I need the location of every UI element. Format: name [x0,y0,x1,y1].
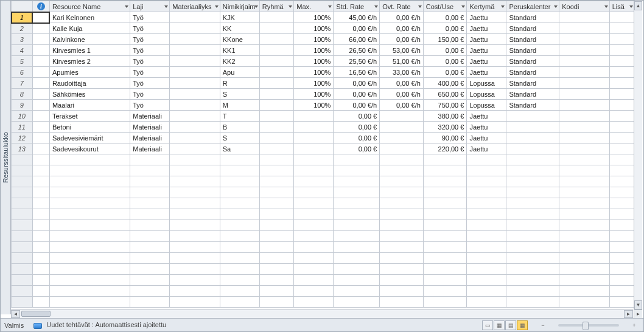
cell-kal[interactable] [506,111,559,122]
cell-cost[interactable]: 0,00 € [423,56,467,67]
cell-empty[interactable] [259,253,293,264]
cell-mat[interactable] [170,89,220,100]
cell-lisa[interactable] [609,133,634,144]
cell-lisa[interactable] [609,78,634,89]
cell-empty[interactable] [334,154,380,165]
cell-empty[interactable] [423,264,467,275]
column-header-name[interactable]: Resource Name [49,1,130,12]
row-number-cell[interactable]: 5 [12,56,33,67]
cell-laji[interactable]: Työ [130,100,170,111]
cell-lisa[interactable] [609,100,634,111]
table-row-empty[interactable] [12,297,635,308]
cell-info[interactable] [32,122,49,133]
cell-empty[interactable] [294,154,334,165]
cell-ryhma[interactable] [259,56,293,67]
cell-empty[interactable] [380,242,424,253]
cell-lisa[interactable] [609,12,634,23]
row-number-cell[interactable]: 9 [12,100,33,111]
row-number-cell[interactable] [12,242,33,253]
dropdown-icon[interactable] [254,5,258,8]
cell-ker[interactable]: Jaettu [467,23,506,34]
cell-empty[interactable] [49,275,130,286]
cell-empty[interactable] [259,198,293,209]
cell-empty[interactable] [423,242,467,253]
cell-empty[interactable] [609,253,634,264]
cell-kal[interactable] [506,122,559,133]
cell-nimi[interactable]: KKone [220,34,259,45]
cell-empty[interactable] [467,176,506,187]
cell-mat[interactable] [170,122,220,133]
row-number-cell[interactable] [12,253,33,264]
cell-lisa[interactable] [609,34,634,45]
cell-max[interactable]: 100% [294,78,334,89]
cell-empty[interactable] [609,220,634,231]
cell-name[interactable]: Sähkömies [49,89,130,100]
column-header-nimi[interactable]: Nimikirjaim [220,1,259,12]
cell-name[interactable]: Kirvesmies 2 [49,56,130,67]
scroll-left-button[interactable]: ◄ [11,310,20,318]
cell-std[interactable]: 25,50 €/h [334,56,380,67]
cell-empty[interactable] [49,231,130,242]
cell-empty[interactable] [49,165,130,176]
cell-nimi[interactable]: S [220,133,259,144]
cell-lisa[interactable] [609,89,634,100]
cell-empty[interactable] [467,264,506,275]
cell-info[interactable] [32,78,49,89]
row-number-cell[interactable] [12,264,33,275]
cell-empty[interactable] [259,176,293,187]
cell-nimi[interactable]: B [220,122,259,133]
cell-empty[interactable] [380,286,424,297]
cell-empty[interactable] [32,297,49,308]
cell-empty[interactable] [467,187,506,198]
cell-empty[interactable] [220,220,259,231]
cell-empty[interactable] [32,154,49,165]
cell-ryhma[interactable] [259,23,293,34]
cell-ker[interactable]: Jaettu [467,12,506,23]
cell-empty[interactable] [32,264,49,275]
cell-empty[interactable] [220,176,259,187]
cell-ovt[interactable] [380,111,424,122]
cell-ryhma[interactable] [259,144,293,154]
row-number-cell[interactable] [12,220,33,231]
cell-name[interactable]: Sadevesiviemärit [49,133,130,144]
cell-ryhma[interactable] [259,67,293,78]
cell-empty[interactable] [334,165,380,176]
cell-std[interactable]: 0,00 € [334,111,380,122]
cell-laji[interactable]: Materiaali [130,133,170,144]
cell-empty[interactable] [32,231,49,242]
row-number-cell[interactable] [12,297,33,308]
cell-empty[interactable] [220,198,259,209]
cell-ker[interactable]: Jaettu [467,45,506,56]
cell-std[interactable]: 0,00 €/h [334,23,380,34]
cell-name[interactable]: Maalari [49,100,130,111]
dropdown-icon[interactable] [215,5,219,8]
cell-empty[interactable] [334,275,380,286]
row-number-cell[interactable]: 12 [12,133,33,144]
cell-info[interactable] [32,67,49,78]
cell-ovt[interactable]: 53,00 €/h [380,45,424,56]
cell-empty[interactable] [32,165,49,176]
column-header-ovt[interactable]: Ovt. Rate [380,1,424,12]
row-number-cell[interactable] [12,286,33,297]
table-row[interactable]: 3KaivinkoneTyöKKone100%66,00 €/h0,00 €/h… [12,34,635,45]
cell-cost[interactable]: 400,00 € [423,78,467,89]
cell-empty[interactable] [559,154,609,165]
cell-empty[interactable] [609,176,634,187]
cell-info[interactable] [32,23,49,34]
view-button-2[interactable]: ▦ [494,320,505,330]
cell-ryhma[interactable] [259,89,293,100]
cell-empty[interactable] [32,275,49,286]
cell-empty[interactable] [170,154,220,165]
cell-ryhma[interactable] [259,12,293,23]
cell-empty[interactable] [380,275,424,286]
cell-empty[interactable] [380,220,424,231]
table-row-empty[interactable] [12,209,635,220]
cell-laji[interactable]: Työ [130,89,170,100]
cell-kal[interactable]: Standard [506,23,559,34]
cell-empty[interactable] [259,187,293,198]
cell-empty[interactable] [506,297,559,308]
cell-empty[interactable] [294,242,334,253]
cell-empty[interactable] [130,165,170,176]
dropdown-icon[interactable] [374,5,378,8]
cell-empty[interactable] [559,209,609,220]
